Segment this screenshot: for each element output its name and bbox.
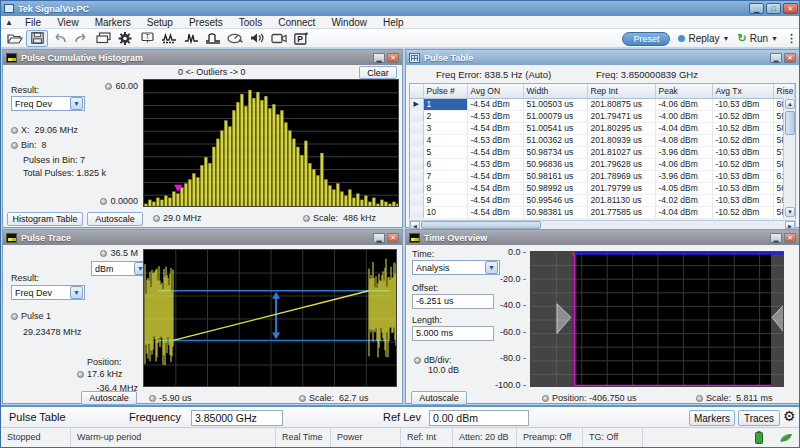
table-cell[interactable]: -4.54 dBm <box>467 98 523 110</box>
panel-minimize-icon[interactable]: ▁ <box>770 233 782 243</box>
table-cell[interactable]: -4.06 dBm <box>655 98 712 110</box>
frequency-input[interactable]: 3.85000 GHz <box>191 410 283 426</box>
row-gutter[interactable] <box>410 182 423 194</box>
adjust-knob-icon[interactable] <box>149 395 156 402</box>
save-icon[interactable] <box>26 30 48 47</box>
panel-minimize-icon[interactable]: ▁ <box>770 53 782 63</box>
adjust-knob-icon[interactable] <box>100 198 107 205</box>
autoscale-button[interactable]: Autoscale <box>411 391 467 405</box>
adjust-knob-icon[interactable] <box>77 371 84 378</box>
table-cell[interactable]: 7 <box>423 170 467 182</box>
pulse-trace-plot[interactable] <box>143 249 397 387</box>
scroll-up-icon[interactable]: ▲ <box>785 99 795 109</box>
table-row[interactable]: 3-4.54 dBm51.00541 us201.80295 us-4.04 d… <box>410 122 795 134</box>
table-cell[interactable]: -10.53 dBm <box>712 170 773 182</box>
traces-button[interactable]: Traces <box>738 410 780 426</box>
menu-setup[interactable]: Setup <box>139 16 181 29</box>
table-cell[interactable]: 50.98992 us <box>523 182 587 194</box>
preset-button[interactable]: Preset <box>622 32 670 46</box>
text-marker-icon[interactable]: T <box>136 30 158 47</box>
table-cell[interactable]: -4.05 dBm <box>655 182 712 194</box>
adjust-knob-icon[interactable] <box>11 313 18 320</box>
table-cell[interactable]: 51.00079 us <box>523 110 587 122</box>
panel-minimize-icon[interactable]: ▁ <box>373 233 385 243</box>
table-row[interactable]: 9-4.54 dBm50.99546 us201.81130 us-4.02 d… <box>410 194 795 206</box>
camera-icon[interactable] <box>268 30 290 47</box>
table-cell[interactable]: 4 <box>423 134 467 146</box>
panel-close-icon[interactable]: ✕ <box>387 53 399 63</box>
scroll-right-icon[interactable]: ▶ <box>785 221 795 229</box>
column-header-rep-int[interactable]: Rep Int <box>587 84 655 98</box>
row-gutter[interactable] <box>410 110 423 122</box>
table-cell[interactable]: -10.53 dBm <box>712 146 773 158</box>
adjust-knob-icon[interactable] <box>100 250 107 257</box>
table-cell[interactable]: -4.02 dBm <box>655 194 712 206</box>
table-cell[interactable]: -3.96 dBm <box>655 170 712 182</box>
table-cell[interactable]: 201.81027 us <box>587 146 655 158</box>
adjust-knob-icon[interactable] <box>696 395 703 402</box>
eject-icon[interactable]: ▲ <box>1 18 17 27</box>
pulse-table-titlebar[interactable]: Pulse Table ▁ ✕ <box>406 50 799 65</box>
menu-presets[interactable]: Presets <box>181 16 231 29</box>
row-gutter[interactable] <box>410 170 423 182</box>
table-cell[interactable]: 201.79799 us <box>587 182 655 194</box>
adjust-knob-icon[interactable] <box>153 215 160 222</box>
menu-window[interactable]: Window <box>323 16 375 29</box>
scroll-left-icon[interactable]: ◀ <box>410 221 420 229</box>
row-gutter[interactable] <box>410 122 423 134</box>
panel-minimize-icon[interactable]: ▁ <box>373 53 385 63</box>
table-cell[interactable]: -4.00 dBm <box>655 110 712 122</box>
histogram-table-button[interactable]: Histogram Table <box>7 212 83 226</box>
time-dropdown[interactable]: Analysis ▼ <box>412 260 500 275</box>
undo-icon[interactable] <box>48 30 70 47</box>
table-row[interactable]: 10-4.54 dBm50.98381 us201.77585 us-4.04 … <box>410 206 795 218</box>
table-cell[interactable]: 201.80295 us <box>587 122 655 134</box>
gear-icon[interactable] <box>114 30 136 47</box>
more-options-icon[interactable]: ⋮ <box>786 32 797 45</box>
table-cell[interactable]: 201.78969 us <box>587 170 655 182</box>
menu-connect[interactable]: Connect <box>270 16 323 29</box>
table-cell[interactable]: -10.52 dBm <box>712 134 773 146</box>
table-row[interactable]: 2-4.53 dBm51.00079 us201.79471 us-4.00 d… <box>410 110 795 122</box>
table-cell[interactable]: 3 <box>423 122 467 134</box>
autoscale-button[interactable]: Autoscale <box>81 391 137 405</box>
scroll-thumb[interactable] <box>421 221 541 229</box>
row-gutter[interactable] <box>410 194 423 206</box>
scroll-down-icon[interactable]: ▼ <box>785 207 795 217</box>
table-cell[interactable]: -10.52 dBm <box>712 206 773 218</box>
adjust-knob-icon[interactable] <box>11 127 18 134</box>
table-cell[interactable]: 201.77585 us <box>587 206 655 218</box>
table-cell[interactable]: -10.52 dBm <box>712 158 773 170</box>
table-cell[interactable]: -4.06 dBm <box>655 158 712 170</box>
adjust-knob-icon[interactable] <box>303 215 310 222</box>
close-button[interactable]: ✕ <box>783 3 798 14</box>
table-cell[interactable]: 201.79628 us <box>587 158 655 170</box>
displays-icon[interactable] <box>92 30 114 47</box>
table-row[interactable]: 6-4.53 dBm50.96836 us201.79628 us-4.06 d… <box>410 158 795 170</box>
table-cell[interactable]: 51.00503 us <box>523 98 587 110</box>
table-cell[interactable]: -4.54 dBm <box>467 146 523 158</box>
row-gutter[interactable] <box>410 134 423 146</box>
adjust-knob-icon[interactable] <box>11 142 18 149</box>
table-row[interactable]: 7-4.54 dBm50.98161 us201.78969 us-3.96 d… <box>410 170 795 182</box>
table-cell[interactable]: -4.04 dBm <box>655 122 712 134</box>
scroll-thumb[interactable] <box>785 111 795 135</box>
column-header-peak[interactable]: Peak <box>655 84 712 98</box>
length-input[interactable]: 5.000 ms <box>412 326 494 341</box>
table-cell[interactable]: 1 <box>423 98 467 110</box>
table-cell[interactable]: 5 <box>423 146 467 158</box>
menu-markers[interactable]: Markers <box>87 16 139 29</box>
table-cell[interactable]: 50.96836 us <box>523 158 587 170</box>
autoscale-button[interactable]: Autoscale <box>87 212 143 226</box>
menu-view[interactable]: View <box>49 16 87 29</box>
column-header-avg-tx[interactable]: Avg Tx <box>712 84 773 98</box>
pulse-trace-titlebar[interactable]: Pulse Trace ▁ ✕ <box>3 230 402 245</box>
maximize-button[interactable]: □ <box>766 3 781 14</box>
table-cell[interactable]: 201.80875 us <box>587 98 655 110</box>
table-cell[interactable]: -4.54 dBm <box>467 122 523 134</box>
ref-lev-input[interactable]: 0.00 dBm <box>429 410 529 426</box>
row-gutter[interactable]: ▶ <box>410 98 423 110</box>
table-cell[interactable]: -10.52 dBm <box>712 122 773 134</box>
minimize-button[interactable]: ▁ <box>749 3 764 14</box>
table-cell[interactable]: -10.53 dBm <box>712 98 773 110</box>
